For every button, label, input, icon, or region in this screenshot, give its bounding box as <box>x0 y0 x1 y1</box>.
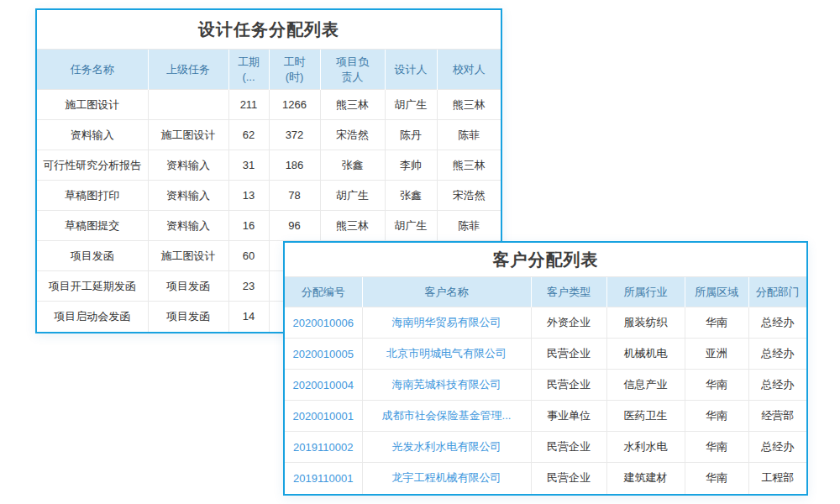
design-task-cell: 372 <box>269 120 320 150</box>
design-task-cell: 熊三林 <box>437 90 501 120</box>
design-task-cell: 60 <box>228 241 269 271</box>
design-task-column-header: 上级任务 <box>148 50 228 90</box>
design-task-cell: 211 <box>228 90 269 120</box>
customer-cell: 工程部 <box>748 463 806 494</box>
customer-row: 2020010001成都市社会保险基金管理...事业单位医药卫生华南经营部 <box>285 401 806 432</box>
customer-id-link[interactable]: 2019110001 <box>285 463 362 494</box>
design-task-cell: 李帅 <box>385 150 437 181</box>
customer-name-link[interactable]: 龙宇工程机械有限公司 <box>362 463 531 494</box>
customer-cell: 华南 <box>685 463 748 494</box>
customer-cell: 华南 <box>685 401 748 432</box>
design-task-cell: 胡广生 <box>385 211 437 241</box>
customer-id-link[interactable]: 2020010006 <box>285 307 362 339</box>
customer-cell: 民营企业 <box>531 432 606 463</box>
design-task-cell: 熊三林 <box>320 211 385 241</box>
design-task-column-header: 项目负 责人 <box>320 50 385 90</box>
design-task-cell: 资料输入 <box>148 150 228 181</box>
customer-row: 2020010005北京市明城电气有限公司民营企业机械机电亚洲总经办 <box>285 339 806 370</box>
customer-column-header: 分配部门 <box>748 277 806 307</box>
design-task-cell: 熊三林 <box>437 150 501 181</box>
design-task-table-header: 任务名称上级任务工期 (...工时 (时)项目负 责人设计人校对人 <box>37 50 501 90</box>
design-task-cell: 宋浩然 <box>320 120 385 150</box>
design-task-cell: 施工图设计 <box>148 120 228 150</box>
design-task-cell: 项目发函 <box>148 271 228 302</box>
design-task-cell: 陈菲 <box>437 211 501 241</box>
customer-row: 2019110001龙宇工程机械有限公司民营企业建筑建材华南工程部 <box>285 463 806 494</box>
customer-table: 分配编号客户名称客户类型所属行业所属区域分配部门 2020010006海南明华贸… <box>285 276 806 494</box>
customer-cell: 医药卫生 <box>606 401 685 432</box>
customer-id-link[interactable]: 2020010005 <box>285 339 362 370</box>
customer-row: 2020010004海南芜城科技有限公司民营企业信息产业华南总经办 <box>285 370 806 401</box>
design-task-cell: 施工图设计 <box>148 241 228 271</box>
customer-allocation-panel: 客户分配列表 分配编号客户名称客户类型所属行业所属区域分配部门 20200100… <box>283 241 808 496</box>
customer-name-link[interactable]: 光发水利水电有限公司 <box>362 432 531 463</box>
design-task-cell: 项目发函 <box>37 241 148 271</box>
design-task-cell: 31 <box>228 150 269 181</box>
customer-cell: 建筑建材 <box>606 463 685 494</box>
design-task-cell: 宋浩然 <box>437 181 501 211</box>
customer-table-body: 2020010006海南明华贸易有限公司外资企业服装纺织华南总经办2020010… <box>285 307 806 494</box>
design-task-cell: 胡广生 <box>320 181 385 211</box>
customer-id-link[interactable]: 2019110002 <box>285 432 362 463</box>
design-task-cell: 62 <box>228 120 269 150</box>
design-task-row: 施工图设计2111266熊三林胡广生熊三林 <box>37 90 501 120</box>
design-task-column-header: 工期 (... <box>228 50 269 90</box>
customer-name-link[interactable]: 北京市明城电气有限公司 <box>362 339 531 370</box>
customer-cell: 信息产业 <box>606 370 685 401</box>
page: 设计任务分配列表 任务名称上级任务工期 (...工时 (时)项目负 责人设计人校… <box>0 0 840 504</box>
customer-cell: 水利水电 <box>606 432 685 463</box>
customer-cell: 总经办 <box>748 370 806 401</box>
customer-cell: 民营企业 <box>531 370 606 401</box>
design-task-cell: 资料输入 <box>148 211 228 241</box>
design-task-cell: 186 <box>269 150 320 181</box>
design-task-cell: 14 <box>228 302 269 332</box>
design-task-row: 可行性研究分析报告资料输入31186张鑫李帅熊三林 <box>37 150 501 181</box>
design-task-cell: 张鑫 <box>385 181 437 211</box>
customer-cell: 事业单位 <box>531 401 606 432</box>
design-task-row: 草稿图提交资料输入1696熊三林胡广生陈菲 <box>37 211 501 241</box>
design-task-row: 资料输入施工图设计62372宋浩然陈丹陈菲 <box>37 120 501 150</box>
design-task-header-row: 任务名称上级任务工期 (...工时 (时)项目负 责人设计人校对人 <box>37 50 501 90</box>
design-task-cell: 草稿图提交 <box>37 211 148 241</box>
customer-cell: 华南 <box>685 432 748 463</box>
customer-name-link[interactable]: 海南芜城科技有限公司 <box>362 370 531 401</box>
customer-cell: 民营企业 <box>531 339 606 370</box>
design-task-cell <box>148 90 228 120</box>
customer-cell: 总经办 <box>748 339 806 370</box>
customer-cell: 总经办 <box>748 307 806 339</box>
customer-table-header: 分配编号客户名称客户类型所属行业所属区域分配部门 <box>285 277 806 307</box>
design-task-cell: 23 <box>228 271 269 302</box>
design-task-cell: 1266 <box>269 90 320 120</box>
customer-header-row: 分配编号客户名称客户类型所属行业所属区域分配部门 <box>285 277 806 307</box>
design-task-cell: 项目发函 <box>148 302 228 332</box>
design-task-cell: 96 <box>269 211 320 241</box>
customer-cell: 华南 <box>685 307 748 339</box>
design-task-cell: 草稿图打印 <box>37 181 148 211</box>
customer-column-header: 客户名称 <box>362 277 531 307</box>
design-task-column-header: 任务名称 <box>37 50 148 90</box>
customer-column-header: 所属区域 <box>685 277 748 307</box>
design-task-cell: 16 <box>228 211 269 241</box>
customer-id-link[interactable]: 2020010001 <box>285 401 362 432</box>
design-task-row: 草稿图打印资料输入1378胡广生张鑫宋浩然 <box>37 181 501 211</box>
customer-cell: 服装纺织 <box>606 307 685 339</box>
design-task-cell: 施工图设计 <box>37 90 148 120</box>
customer-cell: 机械机电 <box>606 339 685 370</box>
design-task-cell: 78 <box>269 181 320 211</box>
design-task-column-header: 设计人 <box>385 50 437 90</box>
design-task-cell: 陈丹 <box>385 120 437 150</box>
design-task-cell: 可行性研究分析报告 <box>37 150 148 181</box>
customer-name-link[interactable]: 海南明华贸易有限公司 <box>362 307 531 339</box>
customer-name-link[interactable]: 成都市社会保险基金管理... <box>362 401 531 432</box>
design-task-cell: 13 <box>228 181 269 211</box>
design-task-table-title: 设计任务分配列表 <box>37 10 501 49</box>
design-task-column-header: 校对人 <box>437 50 501 90</box>
customer-row: 2019110002光发水利水电有限公司民营企业水利水电华南总经办 <box>285 432 806 463</box>
customer-cell: 华南 <box>685 370 748 401</box>
customer-id-link[interactable]: 2020010004 <box>285 370 362 401</box>
customer-column-header: 分配编号 <box>285 277 362 307</box>
customer-row: 2020010006海南明华贸易有限公司外资企业服装纺织华南总经办 <box>285 307 806 339</box>
customer-cell: 外资企业 <box>531 307 606 339</box>
design-task-column-header: 工时 (时) <box>269 50 320 90</box>
customer-cell: 经营部 <box>748 401 806 432</box>
